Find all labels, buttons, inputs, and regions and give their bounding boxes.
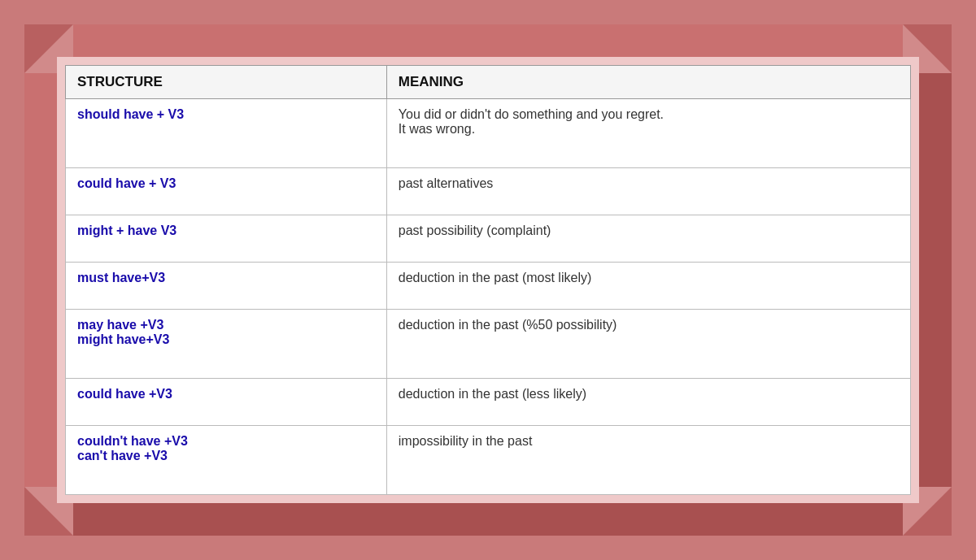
border-right [919,73,952,487]
table-row: should have + V3 You did or didn't do so… [66,99,911,168]
table-row: could have + V3 past alternatives [66,167,911,215]
table-row: must have+V3 deduction in the past (most… [66,263,911,310]
structure-text: could have +V3 [77,387,172,401]
meaning-cell: deduction in the past (most likely) [386,263,910,310]
border-left [24,73,57,487]
meaning-cell: past possibility (complaint) [386,215,910,262]
col-header-meaning: MEANING [386,66,910,99]
meaning-cell: past alternatives [386,167,910,215]
table-row: could have +V3 deduction in the past (le… [66,378,911,425]
grammar-table: STRUCTURE MEANING should have + V3 You d… [65,65,911,495]
table-header-row: STRUCTURE MEANING [66,66,911,99]
structure-cell: could have +V3 [66,378,387,425]
structure-cell: must have+V3 [66,263,387,310]
structure-text: may have +V3might have+V3 [77,318,169,346]
structure-cell: could have + V3 [66,167,387,215]
outer-frame: STRUCTURE MEANING should have + V3 You d… [24,24,952,536]
structure-text: should have + V3 [77,107,184,121]
border-bottom [73,503,903,536]
structure-cell: should have + V3 [66,99,387,168]
structure-text: must have+V3 [77,271,165,284]
meaning-cell: deduction in the past (%50 possibility) [386,310,910,379]
structure-cell: might + have V3 [66,215,387,262]
structure-text: could have + V3 [77,176,176,190]
table-row: might + have V3 past possibility (compla… [66,215,911,262]
inner-area: STRUCTURE MEANING should have + V3 You d… [57,57,919,503]
structure-cell: couldn't have +V3can't have +V3 [66,426,387,495]
meaning-cell: impossibility in the past [386,426,910,495]
structure-text: couldn't have +V3can't have +V3 [77,434,188,462]
meaning-cell: You did or didn't do something and you r… [386,99,910,168]
border-top [73,24,903,57]
table-row: may have +V3might have+V3 deduction in t… [66,310,911,379]
structure-text: might + have V3 [77,224,176,237]
structure-cell: may have +V3might have+V3 [66,310,387,379]
meaning-cell: deduction in the past (less likely) [386,378,910,425]
table-row: couldn't have +V3can't have +V3 impossib… [66,426,911,495]
col-header-structure: STRUCTURE [66,66,387,99]
